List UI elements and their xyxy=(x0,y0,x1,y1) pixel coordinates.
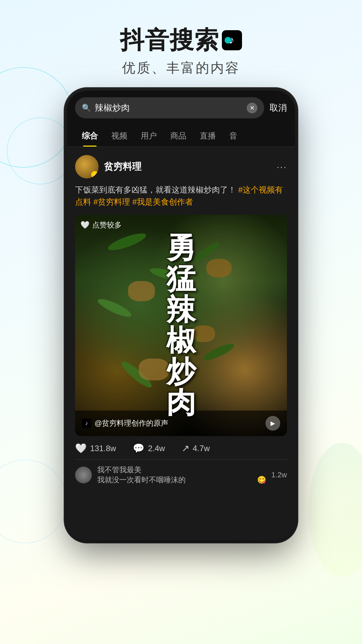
smile-emoji: 😋 xyxy=(257,476,266,484)
comment-preview-section: 我不管我最美 我就没一次看时不咽唾沫的 😋 1.2w xyxy=(75,459,287,485)
title-text: 抖音搜索 xyxy=(120,27,219,53)
comment-count-text: 1.2w xyxy=(272,471,287,479)
audio-label-text: @贫穷料理创作的原声 xyxy=(95,418,168,428)
comments-stat[interactable]: 💬 2.4w xyxy=(133,443,165,454)
tab-bar: 综合 视频 用户 商品 直播 音 xyxy=(67,125,295,147)
tab-视频[interactable]: 视频 xyxy=(105,125,134,147)
phone-device: 🔍 辣椒炒肉 ✕ 取消 综合 视频 用户 商品 xyxy=(67,91,295,540)
author-name[interactable]: 贫穷料理 xyxy=(104,160,141,173)
video-thumbnail[interactable]: 🤍 点赞较多 勇猛辣椒炒肉 ♪ @贫穷料理创作的原声 xyxy=(75,215,287,436)
search-clear-button[interactable]: ✕ xyxy=(247,103,257,113)
avatar: ✓ xyxy=(75,155,99,178)
verified-badge-icon: ✓ xyxy=(91,171,99,178)
search-input-container[interactable]: 🔍 辣椒炒肉 ✕ xyxy=(75,97,264,118)
more-options-button[interactable]: ··· xyxy=(277,161,287,172)
share-stat-icon: ↗ xyxy=(182,443,189,454)
stats-row: 🤍 131.8w 💬 2.4w ↗ 4.7w xyxy=(75,436,287,459)
tab-用户[interactable]: 用户 xyxy=(134,125,164,147)
comment-stat-icon: 💬 xyxy=(133,443,144,454)
heart-stat-icon: 🤍 xyxy=(75,443,87,454)
phone-screen: 🔍 辣椒炒肉 ✕ 取消 综合 视频 用户 商品 xyxy=(67,91,295,540)
comment-1-text: 我不管我最美 xyxy=(97,465,266,475)
shares-count: 4.7w xyxy=(193,444,210,453)
tab-音[interactable]: 音 xyxy=(223,125,244,147)
comments-count: 2.4w xyxy=(148,444,165,453)
comment-texts: 我不管我最美 我就没一次看时不咽唾沫的 😋 xyxy=(97,465,266,485)
search-query-text: 辣椒炒肉 xyxy=(95,102,243,114)
tab-直播[interactable]: 直播 xyxy=(193,125,223,147)
shares-stat[interactable]: ↗ 4.7w xyxy=(182,443,210,454)
phone-wrapper: 🔍 辣椒炒肉 ✕ 取消 综合 视频 用户 商品 xyxy=(0,91,362,540)
search-results-content: ✓ 贫穷料理 ··· 下饭菜到底有多凶猛，就看这道辣椒炒肉了！ #这个视频有点料… xyxy=(67,147,295,493)
tiktok-small-icon: ♪ xyxy=(82,419,91,428)
tab-商品[interactable]: 商品 xyxy=(164,125,193,147)
header-section: 抖音搜索 优质、丰富的内容 xyxy=(0,0,362,91)
heart-icon: 🤍 xyxy=(80,221,89,229)
commenter-avatar xyxy=(75,467,92,483)
search-bar: 🔍 辣椒炒肉 ✕ 取消 xyxy=(67,91,295,125)
likes-count: 131.8w xyxy=(90,444,116,453)
header-subtitle: 优质、丰富的内容 xyxy=(0,59,362,77)
video-chinese-text: 勇猛辣椒炒肉 xyxy=(166,232,196,418)
comment-2-row: 我就没一次看时不咽唾沫的 😋 xyxy=(97,475,266,485)
likes-stat[interactable]: 🤍 131.8w xyxy=(75,443,116,454)
video-text-overlay: 勇猛辣椒炒肉 xyxy=(166,232,196,418)
comment-2-text: 我就没一次看时不咽唾沫的 xyxy=(97,475,254,485)
audio-info: ♪ @贫穷料理创作的原声 xyxy=(82,418,168,428)
post-caption: 下饭菜到底有多凶猛，就看这道辣椒炒肉了！ #这个视频有点料 #贫穷料理 #我是美… xyxy=(75,184,287,208)
tiktok-logo-icon xyxy=(222,30,242,50)
author-row: ✓ 贫穷料理 ··· xyxy=(75,155,287,178)
app-title: 抖音搜索 xyxy=(0,27,362,53)
author-info: ✓ 贫穷料理 xyxy=(75,155,141,178)
search-cancel-button[interactable]: 取消 xyxy=(269,102,287,114)
tab-综合[interactable]: 综合 xyxy=(75,125,105,147)
likes-badge-text: 点赞较多 xyxy=(92,220,122,230)
caption-text: 下饭菜到底有多凶猛，就看这道辣椒炒肉了！ xyxy=(75,185,236,194)
search-icon: 🔍 xyxy=(82,104,91,112)
play-button[interactable]: ▶ xyxy=(265,416,280,431)
likes-badge: 🤍 点赞较多 xyxy=(80,220,122,230)
